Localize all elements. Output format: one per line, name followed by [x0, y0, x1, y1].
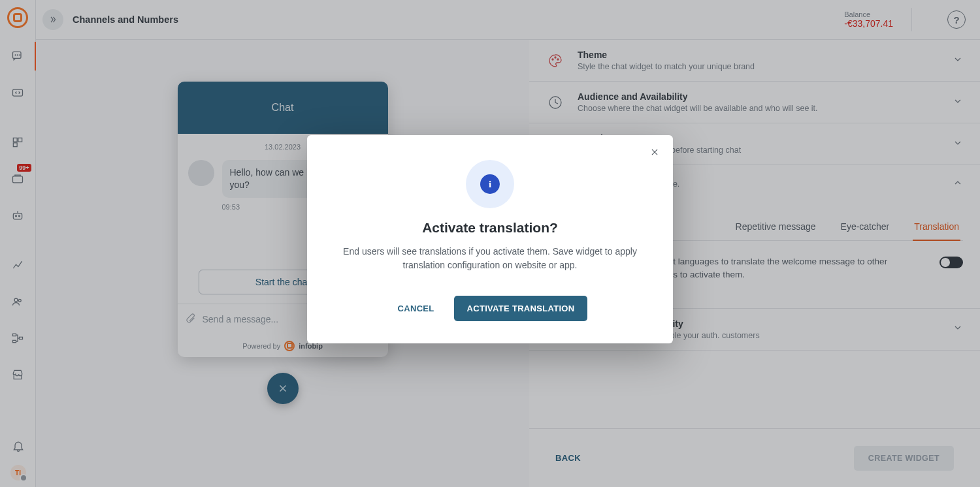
modal-close-button[interactable]	[648, 146, 661, 159]
info-icon: i	[466, 160, 514, 208]
modal-description: End users will see translations if you a…	[333, 245, 647, 272]
modal-title: Activate translation?	[333, 220, 647, 236]
cancel-button[interactable]: CANCEL	[393, 296, 440, 321]
activate-translation-button[interactable]: ACTIVATE TRANSLATION	[454, 296, 588, 321]
activate-translation-modal: i Activate translation? End users will s…	[307, 135, 673, 343]
